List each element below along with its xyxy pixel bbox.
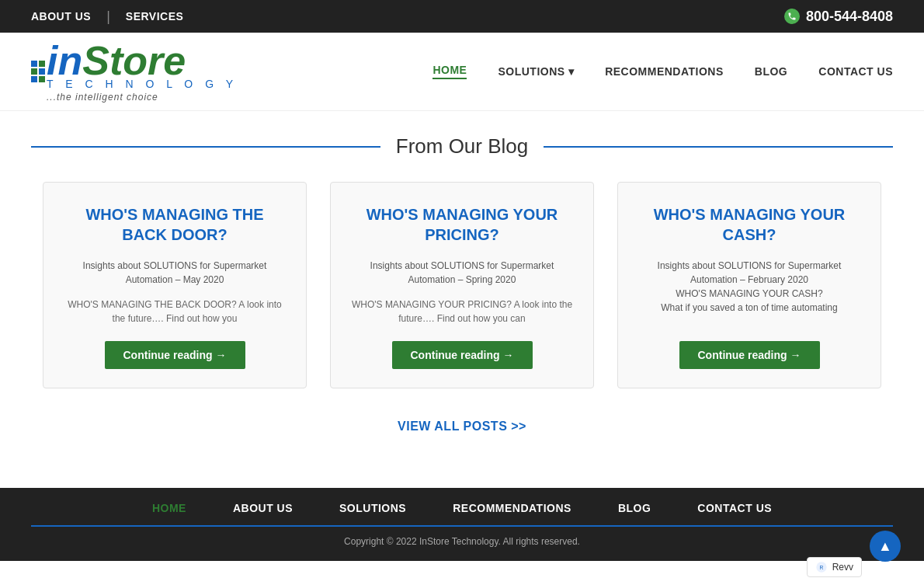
section-heading-text: From Our Blog	[380, 134, 544, 158]
footer-solutions[interactable]: SOLUTIONS	[339, 502, 406, 514]
top-bar: ABOUT US | SERVICES 800-544-8408	[0, 0, 924, 33]
revv-label: Revv	[832, 562, 853, 573]
logo-in: in	[47, 40, 82, 81]
nav-recommendations[interactable]: RECOMMENDATIONS	[605, 65, 724, 78]
chevron-up-icon: ▲	[878, 538, 892, 555]
header: inStore T e c h n o l o g y ...the intel…	[0, 33, 924, 111]
blog-card-2-title: WHO'S MANAGING YOUR PRICING?	[349, 204, 575, 245]
blog-card-1-title: WHO'S MANAGING THE BACK DOOR?	[62, 204, 287, 245]
blog-cards: WHO'S MANAGING THE BACK DOOR? Insights a…	[31, 182, 893, 388]
view-all-posts[interactable]: VIEW ALL POSTS >>	[398, 420, 526, 433]
nav-solutions[interactable]: SOLUTIONS ▾	[498, 65, 574, 78]
revv-icon: R	[815, 561, 828, 573]
blog-card-3: WHO'S MANAGING YOUR CASH? Insights about…	[617, 182, 881, 388]
blog-card-1-excerpt: WHO'S MANAGING THE BACK DOOR? A look int…	[62, 298, 287, 326]
logo-area: inStore T e c h n o l o g y ...the intel…	[31, 40, 238, 103]
nav-home[interactable]: HOME	[432, 64, 467, 79]
revv-badge: R Revv	[807, 557, 862, 577]
blog-card-2: WHO'S MANAGING YOUR PRICING? Insights ab…	[330, 182, 594, 388]
logo-icon	[31, 61, 45, 82]
blog-card-2-excerpt: WHO'S MANAGING YOUR PRICING? A look into…	[349, 298, 575, 326]
main-nav: HOME SOLUTIONS ▾ RECOMMENDATIONS BLOG CO…	[432, 64, 893, 79]
footer-about-us[interactable]: ABOUT US	[233, 502, 293, 514]
footer-contact-us[interactable]: CONTACT US	[697, 502, 772, 514]
chevron-down-icon: ▾	[568, 65, 575, 78]
blog-card-3-title: WHO'S MANAGING YOUR CASH?	[637, 204, 862, 245]
logo-text-group: inStore T e c h n o l o g y ...the intel…	[47, 40, 238, 103]
phone-icon	[784, 9, 800, 24]
footer-copyright: Copyright © 2022 InStore Technology. All…	[31, 536, 893, 547]
blog-card-1: WHO'S MANAGING THE BACK DOOR? Insights a…	[43, 182, 307, 388]
top-bar-phone: 800-544-8408	[784, 9, 893, 25]
footer-nav: HOME ABOUT US SOLUTIONS RECOMMENDATIONS …	[31, 502, 893, 527]
logo-store: Store	[82, 40, 186, 81]
topbar-divider: |	[106, 9, 110, 25]
footer-blog[interactable]: BLOG	[618, 502, 651, 514]
logo-box: inStore T e c h n o l o g y ...the intel…	[31, 40, 238, 103]
top-bar-left: ABOUT US | SERVICES	[31, 9, 183, 25]
blog-card-3-continue[interactable]: Continue reading →	[679, 341, 820, 369]
svg-text:R: R	[819, 565, 823, 570]
scroll-to-top[interactable]: ▲	[870, 531, 901, 562]
blog-section: From Our Blog WHO'S MANAGING THE BACK DO…	[0, 111, 924, 488]
blog-card-1-continue[interactable]: Continue reading →	[105, 341, 245, 369]
blog-card-1-meta: Insights about SOLUTIONS for Supermarket…	[62, 259, 287, 287]
blog-card-3-meta: Insights about SOLUTIONS for Supermarket…	[637, 259, 862, 315]
nav-contact-us[interactable]: CONTACT US	[818, 65, 893, 78]
blog-card-2-continue[interactable]: Continue reading →	[392, 341, 533, 369]
footer: HOME ABOUT US SOLUTIONS RECOMMENDATIONS …	[0, 488, 924, 561]
topbar-services[interactable]: SERVICES	[126, 10, 184, 23]
footer-home[interactable]: HOME	[152, 502, 186, 514]
section-heading: From Our Blog	[31, 134, 893, 158]
view-all-wrap: VIEW ALL POSTS >>	[31, 412, 893, 457]
phone-number: 800-544-8408	[806, 9, 893, 25]
nav-blog[interactable]: BLOG	[755, 65, 787, 78]
topbar-about-us[interactable]: ABOUT US	[31, 10, 91, 23]
footer-recommendations[interactable]: RECOMMENDATIONS	[453, 502, 571, 514]
logo-tagline: ...the intelligent choice	[47, 92, 238, 103]
blog-card-2-meta: Insights about SOLUTIONS for Supermarket…	[349, 259, 575, 287]
logo-technology: T e c h n o l o g y	[47, 78, 238, 90]
